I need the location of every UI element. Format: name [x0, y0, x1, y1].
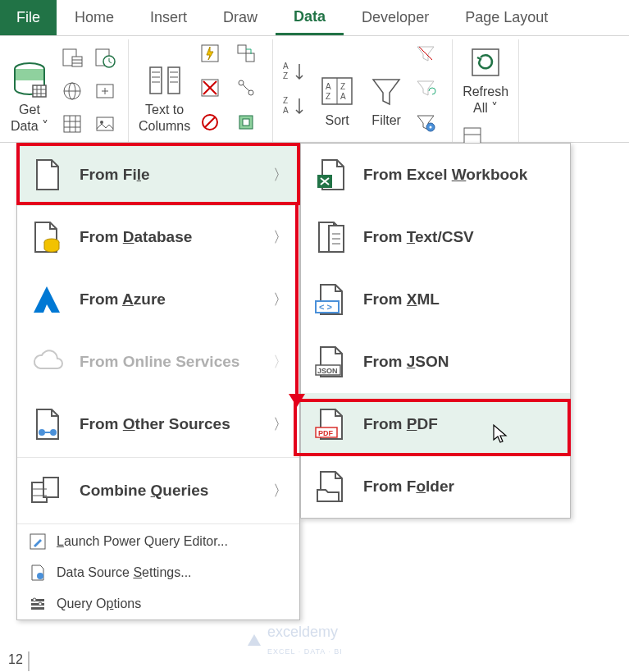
from-web-button[interactable]: [57, 76, 87, 106]
svg-line-41: [243, 85, 249, 91]
sort-desc-button[interactable]: ZA: [281, 94, 309, 123]
filter-label: Filter: [371, 112, 401, 129]
recent-sources-button[interactable]: [90, 43, 120, 73]
menu-from-database[interactable]: From Database 〉: [17, 206, 299, 268]
svg-point-78: [33, 598, 36, 601]
existing-connections-button[interactable]: [90, 76, 120, 106]
submenu-from-excel-workbook[interactable]: From Excel Workbook: [301, 144, 570, 206]
chevron-right-icon: 〉: [273, 414, 288, 434]
from-text-csv-button[interactable]: [57, 43, 87, 73]
menu-combine-queries[interactable]: Combine Queries 〉: [17, 459, 299, 522]
menu-from-file[interactable]: From File 〉: [17, 144, 299, 206]
tab-data[interactable]: Data: [276, 0, 344, 35]
ttc-label2: Columns: [139, 118, 190, 135]
svg-rect-77: [31, 607, 44, 610]
menu-qopt-label: Query Options: [57, 597, 141, 611]
menu-from-azure-label: From Azure: [80, 290, 273, 309]
svg-text:A: A: [340, 92, 346, 101]
menu-launch-pq-editor[interactable]: Launch Power Query Editor...: [17, 526, 299, 557]
cloud-icon: [29, 344, 65, 380]
clear-filter-button[interactable]: [414, 42, 444, 71]
settings-file-icon: [29, 564, 47, 582]
xml-icon: < >: [312, 281, 349, 318]
svg-rect-16: [64, 116, 80, 132]
svg-rect-24: [168, 67, 180, 94]
chevron-right-icon: 〉: [273, 481, 288, 501]
get-data-label2: Data ˅: [11, 118, 48, 135]
from-file-submenu: From Excel Workbook From Text/CSV < > Fr…: [300, 143, 571, 519]
get-data-menu: From File 〉 From Database 〉 From Azure 〉…: [16, 143, 300, 620]
svg-text:< >: < >: [319, 302, 332, 312]
submenu-from-xml[interactable]: < > From XML: [301, 268, 570, 331]
menu-from-other-sources[interactable]: From Other Sources 〉: [17, 393, 299, 455]
menu-separator: [17, 457, 299, 458]
data-tools-col: [195, 37, 231, 145]
get-data-button[interactable]: Get Data ˅: [5, 44, 54, 138]
menu-from-other-label: From Other Sources: [80, 415, 273, 433]
file-other-icon: [29, 406, 65, 442]
svg-rect-23: [150, 67, 162, 94]
from-table-range-button[interactable]: [57, 109, 87, 139]
row-number[interactable]: 12: [8, 652, 23, 667]
tab-page-layout[interactable]: Page Layout: [447, 0, 566, 35]
advanced-filter-button[interactable]: [414, 111, 444, 140]
get-data-label1: Get: [19, 102, 40, 118]
svg-rect-76: [31, 603, 44, 606]
tab-home[interactable]: Home: [57, 0, 132, 35]
data-tools-col2: [231, 37, 267, 145]
submenu-pdf-label: From PDF: [363, 415, 558, 433]
group-get-transform: Get Data ˅: [0, 39, 129, 142]
submenu-csv-label: From Text/CSV: [363, 228, 558, 246]
menu-data-source-settings[interactable]: Data Source Settings...: [17, 557, 299, 588]
tab-developer[interactable]: Developer: [344, 0, 447, 35]
ttc-label1: Text to: [145, 102, 184, 118]
filter-button[interactable]: Filter: [362, 50, 411, 132]
refresh-label1: Refresh: [463, 84, 508, 100]
watermark-icon: [246, 633, 262, 649]
submenu-json-label: From JSON: [363, 353, 558, 371]
text-to-columns-button[interactable]: Text to Columns: [134, 44, 195, 138]
svg-text:A: A: [283, 62, 289, 71]
data-validation-button[interactable]: [198, 111, 228, 140]
options-icon: [29, 595, 47, 613]
chevron-right-icon: 〉: [273, 290, 288, 309]
svg-point-56: [430, 126, 432, 128]
menu-query-options[interactable]: Query Options: [17, 588, 299, 619]
menu-combine-label: Combine Queries: [80, 482, 273, 500]
get-data-small-buttons: [54, 39, 123, 144]
submenu-from-pdf[interactable]: PDF From PDF: [301, 393, 570, 455]
watermark: exceldemy EXCEL · DATA · BI: [246, 624, 343, 658]
sort-asc-button[interactable]: AZ: [281, 59, 309, 89]
from-picture-button[interactable]: [90, 109, 120, 139]
remove-duplicates-button[interactable]: [198, 76, 228, 106]
svg-rect-58: [464, 128, 481, 144]
svg-rect-38: [246, 53, 254, 62]
svg-text:A: A: [283, 106, 289, 115]
consolidate-button[interactable]: [235, 42, 264, 71]
menu-from-azure[interactable]: From Azure 〉: [17, 268, 299, 331]
svg-text:A: A: [326, 82, 331, 91]
ribbon-body: Get Data ˅ Text to Columns: [0, 36, 629, 143]
tab-insert[interactable]: Insert: [132, 0, 205, 35]
row-border: [28, 651, 30, 671]
refresh-all-button[interactable]: Refresh All ˅: [458, 39, 513, 120]
sort-label: Sort: [325, 112, 349, 129]
editor-icon: [29, 533, 47, 551]
tab-file[interactable]: File: [0, 0, 57, 35]
submenu-from-json[interactable]: JSON From JSON: [301, 331, 570, 393]
submenu-xlsx-label: From Excel Workbook: [363, 166, 558, 184]
menu-from-online-services: From Online Services 〉: [17, 331, 299, 393]
submenu-from-text-csv[interactable]: From Text/CSV: [301, 206, 570, 268]
svg-text:Z: Z: [326, 92, 330, 101]
flash-fill-button[interactable]: [198, 42, 228, 71]
chevron-right-icon: 〉: [273, 165, 288, 185]
refresh-label2: All ˅: [473, 100, 498, 117]
sort-button[interactable]: AZZA Sort: [312, 50, 362, 132]
folder-file-icon: [312, 469, 349, 505]
submenu-from-folder[interactable]: From Folder: [301, 455, 570, 518]
reapply-filter-button[interactable]: [414, 76, 444, 106]
tab-draw[interactable]: Draw: [205, 0, 276, 35]
relationships-button[interactable]: [235, 76, 264, 106]
text-to-columns-icon: [145, 61, 185, 100]
manage-data-model-button[interactable]: [235, 111, 264, 140]
